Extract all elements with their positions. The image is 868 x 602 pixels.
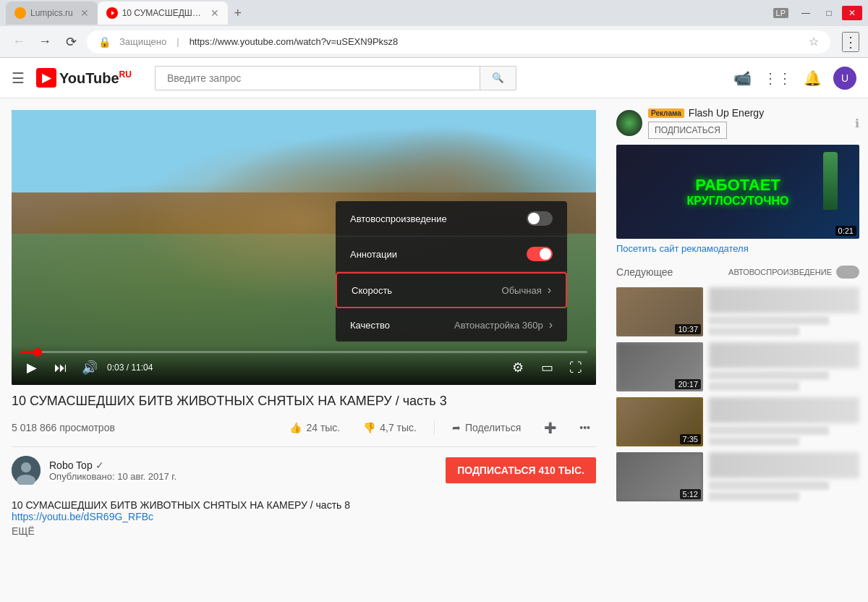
camera-icon[interactable]: 📹	[733, 69, 752, 87]
quality-chevron-icon: ›	[549, 318, 553, 331]
volume-button[interactable]: 🔊	[78, 356, 101, 379]
video-controls: ▶ ⏭ 🔊 0:03 / 11:04 ⚙ ▭ ⛶	[12, 345, 596, 385]
play-button[interactable]: ▶	[20, 356, 43, 379]
video-duration-1: 10:37	[675, 324, 701, 334]
ad-channel-name: Flash Up Energy	[689, 107, 764, 119]
video-card-3[interactable]: 7:35	[616, 397, 859, 446]
ad-thumbnail[interactable]: РАБОТАЕТ КРУГЛОСУТОЧНО 0:21	[616, 145, 859, 239]
browser-menu-button[interactable]: ⋮	[842, 32, 859, 52]
notifications-icon[interactable]: 🔔	[804, 69, 822, 87]
video-views-4	[709, 492, 799, 501]
share-button[interactable]: ➦ Поделиться	[446, 416, 527, 439]
autoplay-toggle[interactable]	[527, 211, 553, 226]
header-right: 📹 ⋮⋮ 🔔 U	[733, 67, 856, 90]
quality-label: Качество	[350, 320, 454, 331]
speed-label: Скорость	[352, 285, 502, 296]
user-avatar[interactable]: U	[833, 67, 856, 90]
sidebar: Реклама Flash Up Energy ПОДПИСАТЬСЯ ℹ РА…	[608, 98, 868, 602]
video-card-title-1	[709, 287, 859, 313]
video-card-2[interactable]: 20:17	[616, 342, 859, 391]
ad-thumb-background: РАБОТАЕТ КРУГЛОСУТОЧНО	[616, 145, 859, 239]
search-button[interactable]: 🔍	[480, 66, 516, 90]
share-icon: ➦	[452, 422, 461, 433]
close-button[interactable]: ✕	[842, 6, 862, 20]
theater-button[interactable]: ▭	[535, 356, 558, 379]
channel-row: Robo Top ✓ Опубликовано: 10 авг. 2017 г.…	[12, 447, 596, 493]
quality-row[interactable]: Качество Автонастройка 360p ›	[336, 308, 567, 342]
subscribe-button[interactable]: ПОДПИСАТЬСЯ 410 ТЫС.	[446, 457, 596, 483]
time-display: 0:03 / 11:04	[107, 363, 153, 373]
video-duration-4: 5:12	[680, 489, 701, 499]
search-bar[interactable]: 🔍	[155, 66, 516, 90]
show-more-button[interactable]: ЕЩЁ	[12, 525, 596, 537]
youtube-logo[interactable]: ▶ YouTubeRU	[36, 68, 132, 88]
video-info-3	[709, 397, 859, 446]
settings-button[interactable]: ⚙	[506, 356, 529, 379]
speed-chevron-icon: ›	[548, 284, 551, 297]
ad-visit-link[interactable]: Посетить сайт рекламодателя	[616, 243, 859, 254]
channel-name[interactable]: Robo Top ✓	[49, 459, 176, 471]
description-link[interactable]: https://youtu.be/dSR69G_RFBc	[12, 511, 153, 522]
quality-value: Автонастройка 360p	[454, 320, 543, 331]
video-card-1[interactable]: 10:37	[616, 287, 859, 336]
ad-info-icon[interactable]: ℹ	[855, 116, 859, 130]
secure-label: Защищено	[119, 36, 166, 47]
speed-row[interactable]: Скорость Обычная ›	[336, 272, 567, 308]
ad-channel-avatar	[616, 110, 642, 136]
refresh-button[interactable]: ⟳	[61, 32, 81, 52]
next-button[interactable]: ⏭	[49, 356, 72, 379]
dislike-button[interactable]: 👎 4,7 тыс.	[357, 416, 422, 439]
bookmark-icon[interactable]: ☆	[809, 35, 819, 48]
tab-youtube[interactable]: 10 СУМАСШЕДШИХ БИ... ✕	[98, 1, 228, 25]
minimize-button[interactable]: —	[796, 6, 816, 20]
video-thumbnail-3: 7:35	[616, 397, 703, 446]
bottle-graphic	[823, 152, 838, 210]
fullscreen-button[interactable]: ⛶	[564, 356, 587, 379]
url-bar[interactable]: 🔒 Защищено | https://www.youtube.com/wat…	[87, 30, 830, 54]
search-input[interactable]	[155, 66, 480, 90]
video-player[interactable]: Автовоспроизведение Аннотации Скорость О…	[12, 110, 596, 385]
hamburger-menu-icon[interactable]: ☰	[12, 69, 25, 87]
progress-bar[interactable]	[20, 351, 587, 353]
back-button[interactable]: ←	[9, 32, 29, 52]
new-tab-button[interactable]: +	[228, 3, 248, 23]
apps-icon[interactable]: ⋮⋮	[763, 69, 792, 87]
channel-avatar[interactable]	[12, 456, 41, 485]
publish-date: Опубликовано: 10 авг. 2017 г.	[49, 471, 176, 482]
tab-label-youtube: 10 СУМАСШЕДШИХ БИ...	[122, 8, 203, 18]
like-count: 24 тыс.	[306, 422, 340, 433]
stat-separator	[434, 420, 435, 435]
video-card-4[interactable]: 5:12	[616, 452, 859, 501]
autoplay-row[interactable]: Автовоспроизведение	[336, 201, 567, 237]
maximize-button[interactable]: □	[819, 6, 839, 20]
ad-name-row: Реклама Flash Up Energy	[648, 107, 849, 119]
ad-info: Реклама Flash Up Energy ПОДПИСАТЬСЯ	[648, 107, 849, 139]
autoplay-label: Автовоспроизведение	[350, 213, 527, 224]
annotations-row[interactable]: Аннотации	[336, 237, 567, 272]
dislike-icon: 👎	[363, 422, 375, 433]
view-count: 5 018 866 просмотров	[12, 422, 272, 433]
channel-info: Robo Top ✓ Опубликовано: 10 авг. 2017 г.	[49, 459, 176, 482]
progress-dot	[33, 348, 42, 357]
speed-value: Обычная	[502, 285, 542, 296]
sidebar-autoplay-toggle[interactable]	[836, 266, 859, 279]
like-icon: 👍	[289, 422, 302, 433]
ad-subscribe-button[interactable]: ПОДПИСАТЬСЯ	[648, 122, 727, 139]
add-to-playlist-button[interactable]: ➕	[538, 416, 562, 439]
share-label: Поделиться	[465, 422, 521, 433]
tab-lumpics[interactable]: Lumpics.ru ✕	[6, 1, 98, 25]
more-button[interactable]: •••	[574, 416, 596, 439]
tab-close-youtube[interactable]: ✕	[210, 7, 219, 19]
video-views-1	[709, 327, 799, 336]
video-description: 10 СУМАСШЕДШИХ БИТВ ЖИВОТНЫХ СНЯТЫХ НА К…	[12, 499, 596, 522]
video-channel-3	[709, 426, 829, 435]
ad-section: Реклама Flash Up Energy ПОДПИСАТЬСЯ ℹ РА…	[616, 107, 859, 254]
youtube-header: ☰ ▶ YouTubeRU 🔍 📹 ⋮⋮ 🔔 U	[0, 58, 868, 98]
title-bar: Lumpics.ru ✕ 10 СУМАСШЕДШИХ БИ... ✕ + LP…	[0, 0, 868, 26]
dislike-count: 4,7 тыс.	[380, 422, 417, 433]
annotations-toggle[interactable]	[527, 247, 553, 261]
like-button[interactable]: 👍 24 тыс.	[284, 416, 346, 439]
forward-button[interactable]: →	[35, 32, 55, 52]
video-views-3	[709, 437, 799, 446]
tab-close-lumpics[interactable]: ✕	[80, 7, 89, 19]
